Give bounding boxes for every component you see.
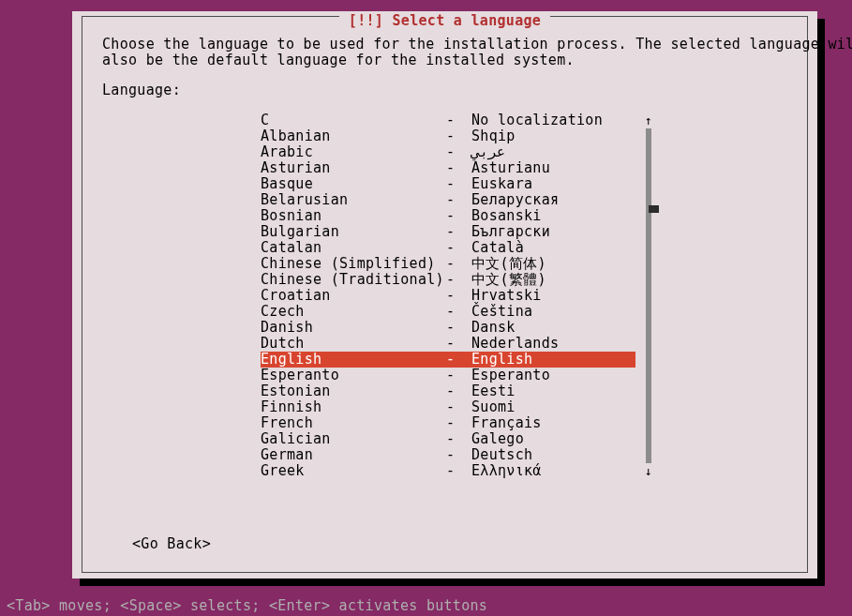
language-native-name: Nederlands [471, 336, 635, 352]
language-english-name: Bulgarian [261, 224, 446, 240]
language-separator: - [446, 192, 471, 208]
language-separator: - [446, 415, 471, 431]
language-english-name: Bosnian [261, 208, 446, 224]
language-option[interactable]: Asturian-Asturianu [261, 160, 635, 176]
language-separator: - [446, 128, 471, 144]
language-separator: - [446, 431, 471, 447]
language-english-name: C [261, 113, 446, 128]
language-option[interactable]: Galician-Galego [261, 431, 635, 447]
installer-screen: [!!] Select a language Choose the langua… [0, 0, 852, 616]
language-separator: - [446, 272, 471, 288]
dialog-instructions: Choose the language to be used for the i… [102, 37, 789, 68]
language-separator: - [446, 352, 471, 368]
language-separator: - [446, 288, 471, 304]
language-separator: - [446, 208, 471, 224]
language-native-name: Dansk [471, 320, 635, 336]
language-native-name: Galego [471, 431, 635, 447]
language-native-name: Čeština [471, 304, 635, 320]
language-native-name: Български [471, 224, 635, 240]
language-option[interactable]: French-Français [261, 415, 635, 431]
scrollbar[interactable]: ↑ ↓ [640, 113, 657, 479]
language-separator: - [446, 447, 471, 463]
language-native-name: Asturianu [471, 160, 635, 176]
language-english-name: German [261, 447, 446, 463]
language-option[interactable]: Estonian-Eesti [261, 383, 635, 399]
language-label: Language: [102, 83, 789, 98]
language-option[interactable]: Catalan-Català [261, 240, 635, 256]
language-english-name: Chinese (Traditional) [261, 272, 446, 288]
language-english-name: Finnish [261, 399, 446, 415]
language-english-name: English [261, 352, 446, 368]
dialog-content: Choose the language to be used for the i… [102, 37, 789, 552]
language-separator: - [446, 368, 471, 383]
language-native-name: Беларуская [471, 192, 635, 208]
language-separator: - [446, 304, 471, 320]
language-native-name: Euskara [471, 176, 635, 192]
language-list[interactable]: C-No localizationAlbanian-ShqipArabic-عر… [261, 113, 635, 479]
language-option[interactable]: German-Deutsch [261, 447, 635, 463]
language-english-name: Belarusian [261, 192, 446, 208]
language-english-name: Albanian [261, 128, 446, 144]
language-option[interactable]: Albanian-Shqip [261, 128, 635, 144]
language-option[interactable]: Dutch-Nederlands [261, 336, 635, 352]
language-dialog: [!!] Select a language Choose the langua… [72, 11, 817, 578]
language-separator: - [446, 463, 471, 479]
language-native-name: Català [471, 240, 635, 256]
language-english-name: Croatian [261, 288, 446, 304]
language-separator: - [446, 224, 471, 240]
language-english-name: Galician [261, 431, 446, 447]
language-option[interactable]: Chinese (Simplified)-中文(简体) [261, 256, 635, 272]
language-native-name: 中文(繁體) [471, 272, 635, 288]
language-separator: - [446, 256, 471, 272]
scroll-up-icon[interactable]: ↑ [640, 113, 657, 128]
scrollbar-thumb[interactable] [649, 205, 659, 213]
language-native-name: Hrvatski [471, 288, 635, 304]
language-english-name: French [261, 415, 446, 431]
language-english-name: Dutch [261, 336, 446, 352]
language-separator: - [446, 144, 471, 160]
language-native-name: Français [471, 415, 635, 431]
language-native-name: عربي [471, 144, 635, 160]
language-option[interactable]: C-No localization [261, 113, 635, 128]
language-option[interactable]: Arabic-عربي [261, 144, 635, 160]
footer-hint: <Tab> moves; <Space> selects; <Enter> ac… [0, 597, 852, 616]
language-native-name: Ελληνικά [471, 463, 635, 479]
go-back-button[interactable]: <Go Back> [132, 536, 211, 552]
language-option[interactable]: Basque-Euskara [261, 176, 635, 192]
language-separator: - [446, 399, 471, 415]
language-option[interactable]: Danish-Dansk [261, 320, 635, 336]
language-english-name: Greek [261, 463, 446, 479]
dialog-border: [!!] Select a language Choose the langua… [82, 16, 808, 573]
scrollbar-track[interactable] [646, 128, 651, 463]
language-option[interactable]: Bosnian-Bosanski [261, 208, 635, 224]
language-option[interactable]: Belarusian-Беларуская [261, 192, 635, 208]
language-english-name: Basque [261, 176, 446, 192]
language-option[interactable]: English-English [261, 352, 635, 368]
language-native-name: Bosanski [471, 208, 635, 224]
language-english-name: Asturian [261, 160, 446, 176]
language-option[interactable]: Finnish-Suomi [261, 399, 635, 415]
language-option[interactable]: Chinese (Traditional)-中文(繁體) [261, 272, 635, 288]
language-native-name: 中文(简体) [471, 256, 635, 272]
language-separator: - [446, 336, 471, 352]
language-native-name: Esperanto [471, 368, 635, 383]
language-english-name: Esperanto [261, 368, 446, 383]
language-option[interactable]: Greek-Ελληνικά [261, 463, 635, 479]
language-separator: - [446, 383, 471, 399]
language-english-name: Chinese (Simplified) [261, 256, 446, 272]
language-native-name: Deutsch [471, 447, 635, 463]
language-option[interactable]: Czech-Čeština [261, 304, 635, 320]
language-separator: - [446, 240, 471, 256]
language-option[interactable]: Bulgarian-Български [261, 224, 635, 240]
language-option[interactable]: Esperanto-Esperanto [261, 368, 635, 383]
language-separator: - [446, 113, 471, 128]
language-english-name: Estonian [261, 383, 446, 399]
language-native-name: Shqip [471, 128, 635, 144]
dialog-title: [!!] Select a language [339, 13, 550, 29]
language-separator: - [446, 160, 471, 176]
language-separator: - [446, 176, 471, 192]
language-english-name: Czech [261, 304, 446, 320]
language-english-name: Catalan [261, 240, 446, 256]
scroll-down-icon[interactable]: ↓ [640, 463, 657, 479]
language-option[interactable]: Croatian-Hrvatski [261, 288, 635, 304]
